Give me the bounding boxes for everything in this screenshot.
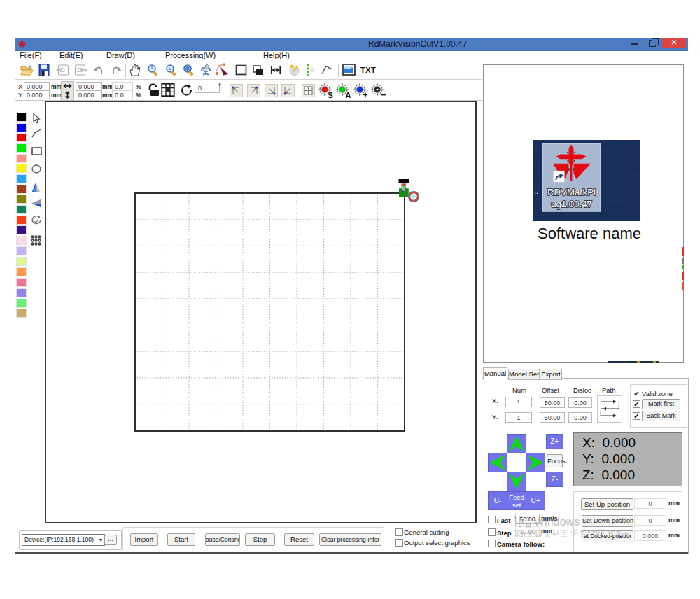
svg-text:A: A bbox=[346, 91, 351, 99]
svg-text:ug1.00.47: ug1.00.47 bbox=[551, 199, 592, 209]
svg-text:“ ”: “ ” bbox=[588, 530, 595, 538]
svg-text:Windows: Windows bbox=[534, 516, 580, 528]
svg-text:RDVMarkPl: RDVMarkPl bbox=[547, 187, 596, 197]
svg-text:−: − bbox=[381, 90, 386, 99]
svg-text:+: + bbox=[363, 90, 368, 99]
svg-text:S: S bbox=[328, 91, 333, 99]
svg-text:..: .. bbox=[534, 187, 538, 195]
